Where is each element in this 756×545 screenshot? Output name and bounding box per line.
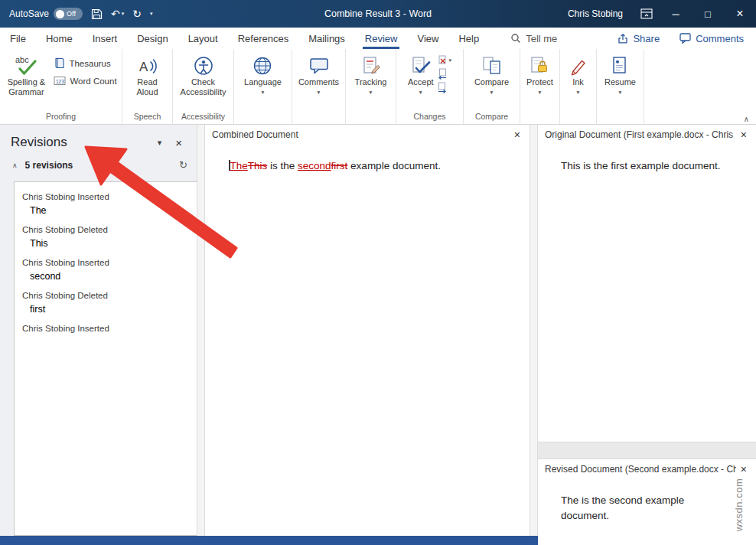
resume-button[interactable]: Resume ▾: [604, 51, 636, 96]
revision-item[interactable]: Chris Stobing Inserted The: [22, 192, 192, 216]
read-aloud-label: Read Aloud: [134, 77, 161, 98]
workspace: Revisions ▾ × ∧ 5 revisions ↻ Chris Stob…: [0, 125, 756, 545]
revisions-pane-menu-button[interactable]: ▾: [151, 138, 169, 148]
word-count-icon: 123: [54, 75, 66, 86]
revisions-pane-close-button[interactable]: ×: [168, 136, 189, 149]
tab-review[interactable]: Review: [355, 28, 408, 49]
close-window-button[interactable]: ×: [724, 0, 756, 28]
tab-mailings[interactable]: Mailings: [298, 28, 355, 49]
minimize-button[interactable]: ─: [660, 0, 692, 28]
deleted-text: This: [248, 160, 268, 171]
ribbon-comments-label: Comments: [298, 77, 339, 87]
share-label: Share: [633, 33, 660, 44]
tracking-caret-icon: ▾: [370, 89, 373, 96]
account-name[interactable]: Chris Stobing: [568, 8, 623, 19]
revision-item-text: The: [22, 205, 192, 216]
compare-icon: [481, 54, 503, 77]
compare-caret-icon: ▾: [490, 89, 494, 96]
tell-me-search[interactable]: Tell me: [510, 33, 557, 44]
group-label-protect: [520, 111, 559, 124]
tab-file[interactable]: File: [0, 28, 36, 49]
revision-item[interactable]: Chris Stobing Deleted This: [22, 225, 192, 249]
tab-insert[interactable]: Insert: [83, 28, 128, 49]
autosave-control: AutoSave Off: [9, 8, 83, 20]
title-bar: AutoSave Off ↶ ▾: [0, 0, 756, 28]
tab-design[interactable]: Design: [127, 28, 178, 49]
revised-pane-close-button[interactable]: ×: [736, 463, 751, 475]
protect-button[interactable]: Protect ▾: [526, 51, 553, 96]
tab-layout[interactable]: Layout: [178, 28, 228, 49]
tab-view[interactable]: View: [407, 28, 448, 49]
revised-document-text[interactable]: The is the second example document.: [538, 479, 695, 524]
svg-text:abc: abc: [15, 55, 29, 64]
revision-item-text: This: [22, 238, 192, 249]
revision-item-header: Chris Stobing Deleted: [22, 291, 192, 300]
ribbon-display-options-icon: [634, 8, 660, 19]
accept-caret-icon: ▾: [419, 89, 422, 96]
ribbon-display-options-button[interactable]: [634, 8, 660, 19]
redo-button[interactable]: ↻: [132, 8, 142, 19]
original-pane-close-button[interactable]: ×: [736, 129, 751, 141]
resume-label: Resume: [604, 77, 636, 87]
svg-text:123: 123: [56, 79, 64, 84]
undo-icon: ↶: [111, 8, 120, 19]
protect-lock-icon: [529, 54, 550, 77]
reject-button[interactable]: ▾: [437, 55, 452, 66]
check-accessibility-button[interactable]: Check Accessibility: [178, 51, 229, 98]
revisions-collapse-icon[interactable]: ∧: [12, 162, 18, 169]
spelling-grammar-icon: abc: [15, 54, 37, 77]
comments-toggle-label: Comments: [696, 33, 744, 44]
language-globe-icon: [252, 54, 273, 77]
undo-button[interactable]: ↶ ▾: [111, 8, 124, 19]
spelling-grammar-button[interactable]: abc Spelling & Grammar: [5, 51, 47, 98]
revisions-count[interactable]: 5 revisions: [25, 160, 180, 171]
ribbon-tab-bar: File Home Insert Design Layout Reference…: [0, 28, 756, 49]
word-count-button[interactable]: 123 Word Count: [54, 75, 116, 86]
combined-document-text[interactable]: TheThis is the secondfirst example docum…: [205, 145, 530, 171]
accept-button[interactable]: Accept ▾: [408, 51, 434, 96]
revision-item[interactable]: Chris Stobing Inserted: [22, 324, 192, 348]
revisions-refresh-icon[interactable]: ↻: [179, 159, 191, 171]
tracking-button[interactable]: Tracking ▾: [355, 51, 387, 96]
original-document-text[interactable]: This is the first example document.: [538, 145, 756, 174]
previous-change-button[interactable]: [437, 68, 452, 80]
tab-home[interactable]: Home: [36, 28, 83, 49]
ribbon-comments-button[interactable]: Comments ▾: [298, 51, 339, 96]
language-button[interactable]: Language ▾: [244, 51, 282, 96]
combined-pane-title: Combined Document: [212, 129, 510, 140]
revision-item[interactable]: Chris Stobing Deleted first: [22, 291, 192, 315]
ink-pen-icon: [568, 54, 589, 77]
ink-button[interactable]: Ink ▾: [568, 51, 589, 96]
share-button[interactable]: Share: [618, 33, 660, 44]
tab-help[interactable]: Help: [448, 28, 489, 49]
ribbon-group-language: Language ▾: [234, 49, 292, 124]
customize-qat-button[interactable]: ▾: [150, 11, 153, 17]
group-label-accessibility: Accessibility: [173, 111, 233, 124]
revised-pane-title: Revised Document (Second example.docx - …: [545, 464, 736, 475]
comments-caret-icon: ▾: [318, 89, 321, 96]
revision-item[interactable]: Chris Stobing Inserted second: [22, 258, 192, 282]
comments-toggle-button[interactable]: Comments: [679, 33, 744, 44]
save-button[interactable]: [91, 8, 103, 20]
read-aloud-button[interactable]: A Read Aloud: [134, 51, 161, 98]
collapse-ribbon-button[interactable]: ∧: [744, 115, 749, 123]
maximize-button[interactable]: □: [692, 0, 724, 28]
thesaurus-button[interactable]: Thesaurus: [54, 57, 116, 69]
compare-button[interactable]: Compare ▾: [474, 51, 509, 96]
combined-pane-close-button[interactable]: ×: [510, 129, 525, 141]
combined-pane-scrollbar[interactable]: [530, 125, 538, 536]
comment-icon: [308, 54, 330, 77]
autosave-toggle[interactable]: Off: [54, 8, 83, 20]
revised-pane-header: Revised Document (Second example.docx - …: [538, 459, 756, 479]
pane-divider[interactable]: [538, 442, 756, 459]
revisions-pane-scrollbar[interactable]: [197, 125, 205, 536]
tab-references[interactable]: References: [228, 28, 298, 49]
original-pane-header: Original Document (First example.docx - …: [538, 125, 756, 145]
revisions-pane: Revisions ▾ × ∧ 5 revisions ↻ Chris Stob…: [0, 125, 197, 536]
deleted-text: first: [331, 160, 348, 171]
ribbon-group-resume: Resume ▾: [597, 49, 644, 124]
next-change-button[interactable]: [437, 82, 452, 93]
original-document-pane: Original Document (First example.docx - …: [538, 125, 756, 442]
normal-text: example document.: [347, 160, 441, 171]
source-documents-region: Original Document (First example.docx - …: [538, 125, 756, 545]
